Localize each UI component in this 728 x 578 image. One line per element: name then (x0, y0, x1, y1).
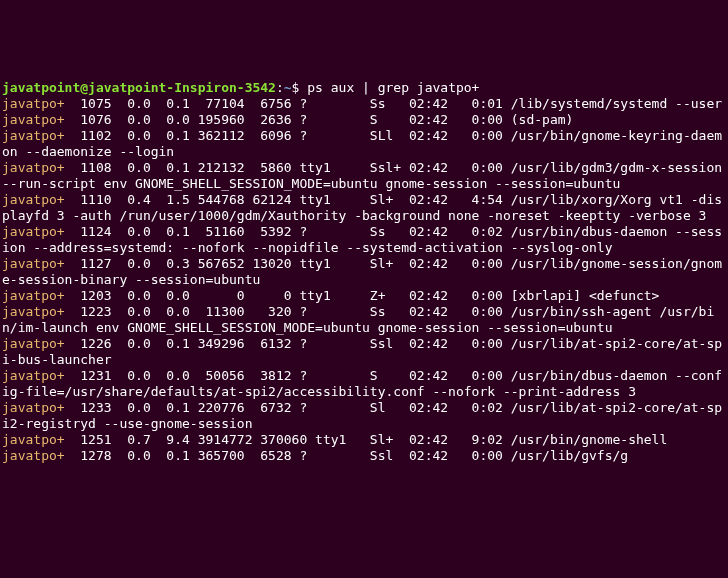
terminal-output: javatpoint@javatpoint-Inspiron-3542:~$ p… (2, 64, 726, 480)
process-user: javatpo+ (2, 96, 65, 111)
process-row: javatpo+ 1233 0.0 0.1 220776 6732 ? Sl 0… (2, 400, 726, 432)
process-row: javatpo+ 1231 0.0 0.0 50056 3812 ? S 02:… (2, 368, 726, 400)
process-user: javatpo+ (2, 112, 65, 127)
process-rest: 1108 0.0 0.1 212132 5860 tty1 Ssl+ 02:42… (2, 160, 728, 191)
prompt-colon: : (276, 80, 284, 95)
process-user: javatpo+ (2, 368, 65, 383)
process-rest: 1233 0.0 0.1 220776 6732 ? Sl 02:42 0:02… (2, 400, 722, 431)
process-user: javatpo+ (2, 432, 65, 447)
prompt-dollar: $ (292, 80, 308, 95)
process-row: javatpo+ 1251 0.7 9.4 3914772 370060 tty… (2, 432, 726, 448)
process-rest: 1251 0.7 9.4 3914772 370060 tty1 Sl+ 02:… (65, 432, 668, 447)
process-row: javatpo+ 1226 0.0 0.1 349296 6132 ? Ssl … (2, 336, 726, 368)
process-rest: 1110 0.4 1.5 544768 62124 tty1 Sl+ 02:42… (2, 192, 722, 223)
process-user: javatpo+ (2, 288, 65, 303)
process-user: javatpo+ (2, 224, 65, 239)
process-rest: 1278 0.0 0.1 365700 6528 ? Ssl 02:42 0:0… (65, 448, 629, 463)
process-row: javatpo+ 1076 0.0 0.0 195960 2636 ? S 02… (2, 112, 726, 128)
process-row: javatpo+ 1110 0.4 1.5 544768 62124 tty1 … (2, 192, 726, 224)
process-rest: 1102 0.0 0.1 362112 6096 ? SLl 02:42 0:0… (2, 128, 722, 159)
process-rest: 1203 0.0 0.0 0 0 tty1 Z+ 02:42 0:00 [xbr… (65, 288, 660, 303)
prompt-user-host: javatpoint@javatpoint-Inspiron-3542 (2, 80, 276, 95)
process-rest: 1226 0.0 0.1 349296 6132 ? Ssl 02:42 0:0… (2, 336, 722, 367)
process-rest: 1075 0.0 0.1 77104 6756 ? Ss 02:42 0:01 … (65, 96, 722, 111)
process-user: javatpo+ (2, 192, 65, 207)
process-rest: 1127 0.0 0.3 567652 13020 tty1 Sl+ 02:42… (2, 256, 722, 287)
process-user: javatpo+ (2, 256, 65, 271)
process-user: javatpo+ (2, 448, 65, 463)
prompt-path: ~ (284, 80, 292, 95)
process-user: javatpo+ (2, 128, 65, 143)
process-row: javatpo+ 1203 0.0 0.0 0 0 tty1 Z+ 02:42 … (2, 288, 726, 304)
process-user: javatpo+ (2, 336, 65, 351)
command-text: ps aux | grep javatpo+ (307, 80, 479, 95)
process-row: javatpo+ 1278 0.0 0.1 365700 6528 ? Ssl … (2, 448, 726, 464)
process-row: javatpo+ 1127 0.0 0.3 567652 13020 tty1 … (2, 256, 726, 288)
process-user: javatpo+ (2, 304, 65, 319)
process-rest: 1076 0.0 0.0 195960 2636 ? S 02:42 0:00 … (65, 112, 574, 127)
process-rest: 1124 0.0 0.1 51160 5392 ? Ss 02:42 0:02 … (2, 224, 722, 255)
process-user: javatpo+ (2, 160, 65, 175)
process-row: javatpo+ 1108 0.0 0.1 212132 5860 tty1 S… (2, 160, 726, 192)
process-row: javatpo+ 1124 0.0 0.1 51160 5392 ? Ss 02… (2, 224, 726, 256)
process-rest: 1223 0.0 0.0 11300 320 ? Ss 02:42 0:00 /… (2, 304, 714, 335)
process-user: javatpo+ (2, 400, 65, 415)
process-row: javatpo+ 1223 0.0 0.0 11300 320 ? Ss 02:… (2, 304, 726, 336)
process-row: javatpo+ 1102 0.0 0.1 362112 6096 ? SLl … (2, 128, 726, 160)
process-row: javatpo+ 1075 0.0 0.1 77104 6756 ? Ss 02… (2, 96, 726, 112)
process-rest: 1231 0.0 0.0 50056 3812 ? S 02:42 0:00 /… (2, 368, 722, 399)
command-prompt-line[interactable]: javatpoint@javatpoint-Inspiron-3542:~$ p… (2, 80, 726, 96)
